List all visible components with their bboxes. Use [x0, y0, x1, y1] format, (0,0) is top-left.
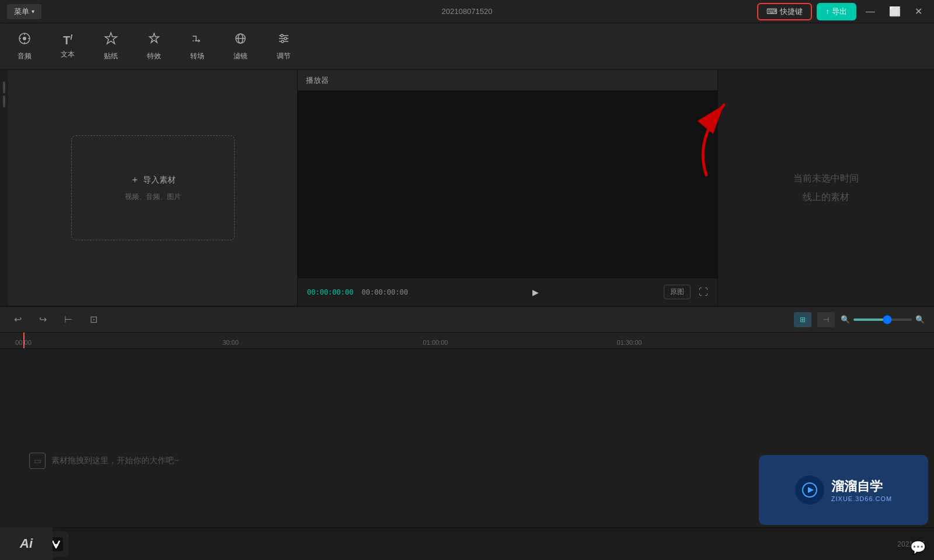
drop-hint-text: 素材拖拽到这里，开始你的大作吧~: [51, 456, 179, 466]
shortcut-button[interactable]: ⌨ 快捷键: [757, 3, 812, 20]
fullscreen-button[interactable]: ⛶: [699, 287, 708, 298]
export-button[interactable]: ↑ 导出: [817, 3, 857, 20]
titlebar-right: ⌨ 快捷键 ↑ 导出 — ⬜ ✕: [757, 3, 928, 20]
player-time-total: 00:00:00:00: [361, 288, 407, 296]
plus-icon: ＋: [130, 174, 140, 186]
adjust-label: 调节: [277, 51, 291, 61]
effects-label: 特效: [147, 51, 161, 61]
left-sidebar: [0, 70, 8, 306]
player-title: 播放器: [306, 75, 329, 86]
transition-label: 转场: [190, 51, 204, 61]
adjust-icon: [277, 32, 291, 48]
menu-button[interactable]: 菜单 ▾: [7, 4, 41, 19]
maximize-button[interactable]: ⬜: [884, 7, 905, 16]
titlebar: 菜单 ▾ 202108071520 ⌨ 快捷键 ↑ 导出 — ⬜ ✕: [0, 0, 934, 23]
sticker-icon: [104, 32, 118, 48]
play-icon: ▶: [532, 288, 539, 297]
tool-adjust[interactable]: 调节: [271, 28, 297, 65]
original-button[interactable]: 原图: [664, 285, 691, 299]
svg-point-16: [281, 40, 284, 43]
audio-label: 音频: [18, 51, 32, 61]
zoom-slider[interactable]: [853, 318, 912, 321]
ruler-mark-1: 30:00: [222, 339, 239, 346]
svg-marker-6: [149, 33, 159, 43]
svg-point-1: [23, 37, 26, 40]
zoom-in-icon: 🔍: [915, 315, 925, 324]
filter-label: 滤镜: [234, 51, 248, 61]
audio-icon: [18, 32, 32, 48]
timeline-toolbar: ↩ ↪ ⊢ ⊡ ⊞ ⊣ 🔍 🔍: [0, 307, 934, 332]
watermark-text: 溜溜自学 ZIXUE.3D66.COM: [831, 478, 892, 502]
svg-marker-20: [808, 487, 814, 493]
tool-filter[interactable]: 滤镜: [228, 28, 253, 65]
watermark-title: 溜溜自学: [831, 478, 892, 495]
tool-audio[interactable]: 音频: [12, 28, 37, 65]
titlebar-title: 202108071520: [442, 7, 493, 16]
zoom-container: 🔍 🔍: [841, 315, 925, 324]
player-body: [298, 91, 717, 278]
import-drop-area[interactable]: ＋ 导入素材 视频、音频、图片: [71, 135, 235, 240]
export-icon: ↑: [826, 7, 830, 16]
tool-sticker[interactable]: 贴纸: [98, 28, 124, 65]
ai-label: Ai: [0, 527, 53, 560]
timeline-redo-button[interactable]: ↪: [34, 312, 51, 327]
no-selection-message: 当前未选中时间 线上的素材: [793, 169, 859, 206]
minimize-button[interactable]: —: [861, 7, 880, 16]
timeline-split-button[interactable]: ⊢: [60, 312, 77, 327]
player-controls: 00:00:00:00 00:00:00:00 ▶ 原图 ⛶: [298, 278, 717, 306]
chat-button[interactable]: 💬: [910, 540, 926, 555]
ruler-mark-3: 01:30:00: [617, 339, 642, 346]
svg-point-14: [281, 34, 283, 37]
text-icon: TI: [63, 33, 72, 46]
shortcut-label: 快捷键: [780, 6, 803, 17]
svg-point-15: [284, 37, 287, 40]
import-label: 导入素材: [143, 175, 176, 186]
zoom-out-icon: 🔍: [841, 315, 850, 324]
ruler-mark-0: 00:00: [15, 339, 32, 346]
menu-label: 菜单: [14, 6, 29, 17]
ruler-mark-2: 01:00:00: [423, 339, 448, 346]
tool-effects[interactable]: 特效: [141, 28, 167, 65]
timeline-ruler: 00:00 30:00 01:00:00 01:30:00: [0, 332, 934, 349]
titlebar-left: 菜单 ▾: [7, 4, 41, 19]
clip-icon: ▭: [29, 453, 46, 469]
watermark-subtitle: ZIXUE.3D66.COM: [831, 495, 892, 502]
tool-text[interactable]: TI 文本: [55, 30, 81, 63]
close-button[interactable]: ✕: [910, 7, 927, 16]
player-time-current: 00:00:00:00: [307, 288, 353, 296]
sidebar-indicator: [3, 82, 5, 93]
timeline-undo-button[interactable]: ↩: [9, 312, 26, 327]
blade-button[interactable]: ⊣: [817, 312, 835, 327]
sidebar-indicator: [3, 96, 5, 107]
effects-icon: [147, 32, 161, 48]
watermark-overlay: 溜溜自学 ZIXUE.3D66.COM: [759, 455, 928, 525]
toolbar: 音频 TI 文本 贴纸 特效 转场: [0, 23, 934, 70]
tool-transition[interactable]: 转场: [184, 28, 210, 65]
bottom-bar: Ai 2021/8/7: [0, 527, 934, 560]
menu-chevron-icon: ▾: [32, 8, 34, 15]
player-header: 播放器: [298, 70, 717, 91]
drop-hint-area: ▭ 素材拖拽到这里，开始你的大作吧~: [29, 453, 179, 469]
sticker-label: 贴纸: [104, 51, 118, 61]
player-panel: 播放器 00:00:00:00 00:00:00:00 ▶ 原图 ⛶: [298, 70, 718, 306]
play-button[interactable]: ▶: [528, 284, 544, 300]
import-hint: 视频、音频、图片: [125, 192, 181, 202]
timeline-right-tools: ⊞ ⊣ 🔍 🔍: [794, 312, 925, 327]
text-label: 文本: [61, 50, 75, 60]
media-browser: ＋ 导入素材 视频、音频、图片: [0, 70, 298, 306]
main-area: ＋ 导入素材 视频、音频、图片 播放器 00:00:00:00 00:00:00…: [0, 70, 934, 306]
watermark-logo: [795, 475, 824, 505]
import-button[interactable]: ＋ 导入素材: [130, 174, 176, 186]
filter-icon: [234, 32, 248, 48]
snap-button[interactable]: ⊞: [794, 312, 811, 327]
transition-icon: [190, 32, 204, 48]
keyboard-icon: ⌨: [766, 7, 778, 16]
export-label: 导出: [832, 6, 847, 17]
properties-panel: 当前未选中时间 线上的素材: [718, 70, 934, 306]
timeline-delete-button[interactable]: ⊡: [85, 312, 102, 327]
